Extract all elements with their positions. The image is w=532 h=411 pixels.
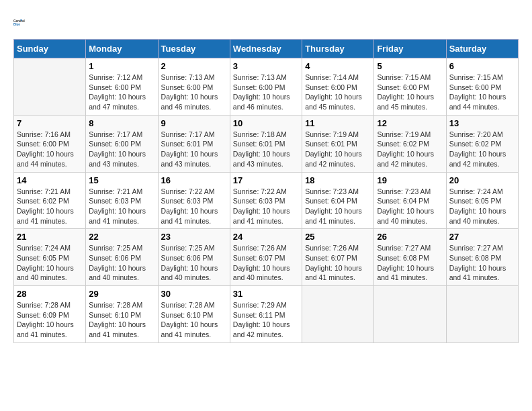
day-info: Sunrise: 7:19 AMSunset: 6:01 PMDaylight:… (305, 130, 371, 169)
day-number: 7 (17, 118, 83, 128)
calendar-cell: 28Sunrise: 7:28 AMSunset: 6:09 PMDayligh… (14, 286, 86, 343)
day-info: Sunrise: 7:27 AMSunset: 6:08 PMDaylight:… (377, 243, 443, 283)
calendar-cell: 4Sunrise: 7:14 AMSunset: 6:00 PMDaylight… (302, 58, 374, 116)
day-info: Sunrise: 7:26 AMSunset: 6:07 PMDaylight:… (233, 243, 299, 283)
calendar-cell: 2Sunrise: 7:13 AMSunset: 6:00 PMDaylight… (158, 58, 230, 116)
calendar-cell: 3Sunrise: 7:13 AMSunset: 6:00 PMDaylight… (230, 58, 302, 116)
day-number: 31 (233, 289, 299, 299)
calendar-cell (374, 286, 446, 343)
calendar-cell: 8Sunrise: 7:17 AMSunset: 6:00 PMDaylight… (86, 115, 158, 172)
weekday-monday: Monday (86, 40, 158, 58)
calendar-cell: 30Sunrise: 7:28 AMSunset: 6:10 PMDayligh… (158, 286, 230, 343)
calendar-cell: 18Sunrise: 7:23 AMSunset: 6:04 PMDayligh… (302, 172, 374, 229)
calendar-cell: 17Sunrise: 7:22 AMSunset: 6:03 PMDayligh… (230, 172, 302, 229)
day-number: 14 (17, 175, 83, 185)
day-info: Sunrise: 7:15 AMSunset: 6:00 PMDaylight:… (449, 73, 515, 112)
week-row-2: 7Sunrise: 7:16 AMSunset: 6:00 PMDaylight… (14, 115, 519, 172)
day-number: 3 (233, 61, 299, 71)
week-row-4: 21Sunrise: 7:24 AMSunset: 6:05 PMDayligh… (14, 229, 519, 286)
weekday-saturday: Saturday (446, 40, 518, 58)
day-number: 4 (305, 61, 371, 71)
day-info: Sunrise: 7:17 AMSunset: 6:01 PMDaylight:… (161, 130, 227, 169)
weekday-friday: Friday (374, 40, 446, 58)
day-number: 12 (377, 118, 443, 128)
day-info: Sunrise: 7:25 AMSunset: 6:06 PMDaylight:… (161, 243, 227, 283)
calendar-cell: 23Sunrise: 7:25 AMSunset: 6:06 PMDayligh… (158, 229, 230, 286)
calendar-cell: 24Sunrise: 7:26 AMSunset: 6:07 PMDayligh… (230, 229, 302, 286)
calendar-cell: 16Sunrise: 7:22 AMSunset: 6:03 PMDayligh… (158, 172, 230, 229)
calendar-cell: 9Sunrise: 7:17 AMSunset: 6:01 PMDaylight… (158, 115, 230, 172)
weekday-sunday: Sunday (14, 40, 86, 58)
day-info: Sunrise: 7:17 AMSunset: 6:00 PMDaylight:… (89, 130, 154, 169)
day-number: 1 (89, 61, 154, 71)
day-number: 17 (233, 175, 299, 185)
day-info: Sunrise: 7:21 AMSunset: 6:02 PMDaylight:… (17, 187, 83, 226)
calendar-cell: 15Sunrise: 7:21 AMSunset: 6:03 PMDayligh… (86, 172, 158, 229)
day-info: Sunrise: 7:28 AMSunset: 6:10 PMDaylight:… (89, 300, 154, 340)
calendar-cell: 19Sunrise: 7:23 AMSunset: 6:04 PMDayligh… (374, 172, 446, 229)
calendar-cell (302, 286, 374, 343)
calendar-cell: 21Sunrise: 7:24 AMSunset: 6:05 PMDayligh… (14, 229, 86, 286)
day-number: 28 (17, 289, 83, 299)
calendar-cell: 22Sunrise: 7:25 AMSunset: 6:06 PMDayligh… (86, 229, 158, 286)
day-info: Sunrise: 7:21 AMSunset: 6:03 PMDaylight:… (89, 187, 154, 226)
day-info: Sunrise: 7:18 AMSunset: 6:01 PMDaylight:… (233, 130, 299, 169)
calendar-cell: 25Sunrise: 7:26 AMSunset: 6:07 PMDayligh… (302, 229, 374, 286)
day-info: Sunrise: 7:25 AMSunset: 6:06 PMDaylight:… (89, 243, 154, 283)
calendar-cell: 26Sunrise: 7:27 AMSunset: 6:08 PMDayligh… (374, 229, 446, 286)
day-number: 13 (449, 118, 515, 128)
calendar-cell: 6Sunrise: 7:15 AMSunset: 6:00 PMDaylight… (446, 58, 518, 116)
calendar-table: SundayMondayTuesdayWednesdayThursdayFrid… (13, 39, 519, 343)
day-info: Sunrise: 7:24 AMSunset: 6:05 PMDaylight:… (17, 243, 83, 283)
day-info: Sunrise: 7:20 AMSunset: 6:02 PMDaylight:… (449, 130, 515, 169)
day-number: 18 (305, 175, 371, 185)
day-number: 23 (161, 232, 227, 242)
day-number: 25 (305, 232, 371, 242)
day-number: 30 (161, 289, 227, 299)
day-number: 6 (449, 61, 515, 71)
day-number: 27 (449, 232, 515, 242)
day-info: Sunrise: 7:28 AMSunset: 6:09 PMDaylight:… (17, 300, 83, 340)
day-info: Sunrise: 7:23 AMSunset: 6:04 PMDaylight:… (305, 187, 371, 226)
calendar-cell: 10Sunrise: 7:18 AMSunset: 6:01 PMDayligh… (230, 115, 302, 172)
calendar-cell: 5Sunrise: 7:15 AMSunset: 6:00 PMDaylight… (374, 58, 446, 116)
day-number: 2 (161, 61, 227, 71)
calendar-cell: 1Sunrise: 7:12 AMSunset: 6:00 PMDaylight… (86, 58, 158, 116)
week-row-5: 28Sunrise: 7:28 AMSunset: 6:09 PMDayligh… (14, 286, 519, 343)
day-info: Sunrise: 7:22 AMSunset: 6:03 PMDaylight:… (233, 187, 299, 226)
weekday-thursday: Thursday (302, 40, 374, 58)
calendar-cell (14, 58, 86, 116)
calendar-cell: 31Sunrise: 7:29 AMSunset: 6:11 PMDayligh… (230, 286, 302, 343)
day-info: Sunrise: 7:15 AMSunset: 6:00 PMDaylight:… (377, 73, 443, 112)
day-number: 20 (449, 175, 515, 185)
day-info: Sunrise: 7:13 AMSunset: 6:00 PMDaylight:… (161, 73, 227, 112)
day-number: 22 (89, 232, 154, 242)
calendar-cell (446, 286, 518, 343)
calendar-cell: 13Sunrise: 7:20 AMSunset: 6:02 PMDayligh… (446, 115, 518, 172)
day-info: Sunrise: 7:29 AMSunset: 6:11 PMDaylight:… (233, 300, 299, 340)
day-info: Sunrise: 7:26 AMSunset: 6:07 PMDaylight:… (305, 243, 371, 283)
day-number: 5 (377, 61, 443, 71)
day-info: Sunrise: 7:24 AMSunset: 6:05 PMDaylight:… (449, 187, 515, 226)
day-info: Sunrise: 7:23 AMSunset: 6:04 PMDaylight:… (377, 187, 443, 226)
calendar-body: 1Sunrise: 7:12 AMSunset: 6:00 PMDaylight… (14, 58, 519, 343)
day-number: 9 (161, 118, 227, 128)
logo: General Blue (13, 13, 32, 32)
calendar-cell: 12Sunrise: 7:19 AMSunset: 6:02 PMDayligh… (374, 115, 446, 172)
weekday-tuesday: Tuesday (158, 40, 230, 58)
calendar-cell: 14Sunrise: 7:21 AMSunset: 6:02 PMDayligh… (14, 172, 86, 229)
day-number: 8 (89, 118, 154, 128)
day-number: 26 (377, 232, 443, 242)
day-number: 15 (89, 175, 154, 185)
weekday-header-row: SundayMondayTuesdayWednesdayThursdayFrid… (14, 40, 519, 58)
weekday-wednesday: Wednesday (230, 40, 302, 58)
calendar-cell: 27Sunrise: 7:27 AMSunset: 6:08 PMDayligh… (446, 229, 518, 286)
week-row-3: 14Sunrise: 7:21 AMSunset: 6:02 PMDayligh… (14, 172, 519, 229)
day-number: 16 (161, 175, 227, 185)
svg-text:Blue: Blue (13, 23, 20, 26)
day-info: Sunrise: 7:12 AMSunset: 6:00 PMDaylight:… (89, 73, 154, 112)
calendar-cell: 11Sunrise: 7:19 AMSunset: 6:01 PMDayligh… (302, 115, 374, 172)
day-number: 21 (17, 232, 83, 242)
calendar-cell: 20Sunrise: 7:24 AMSunset: 6:05 PMDayligh… (446, 172, 518, 229)
page-header: General Blue (13, 13, 519, 32)
